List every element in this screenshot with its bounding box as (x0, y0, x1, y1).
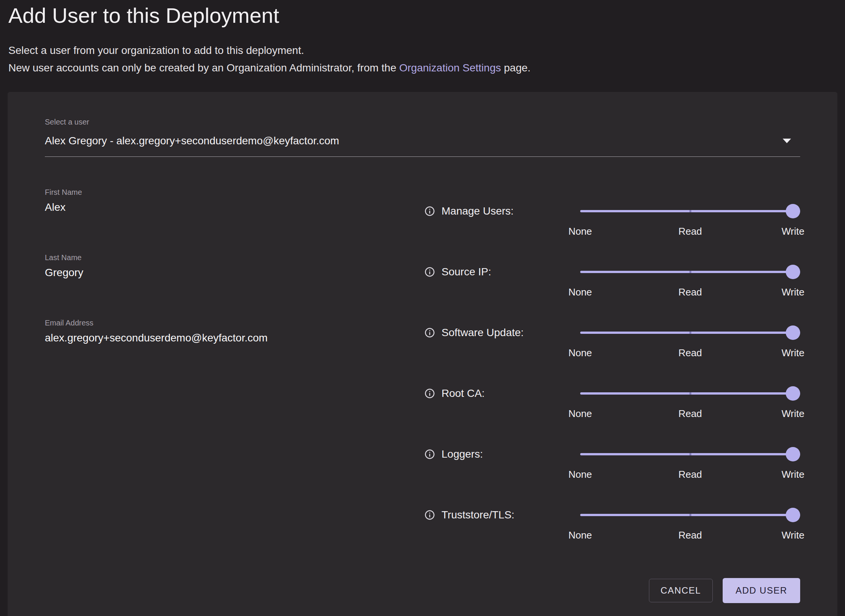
slider-tick-mark (689, 332, 691, 334)
page-title: Add User to this Deployment (8, 2, 834, 29)
slider-tick-mark (689, 453, 691, 455)
first-name-field: First Name Alex (45, 187, 424, 214)
add-user-button[interactable]: ADD USER (723, 578, 800, 603)
cancel-button[interactable]: CANCEL (649, 579, 713, 602)
tick-label-write: Write (782, 347, 804, 359)
slider-labels: None Read Write (580, 469, 800, 480)
last-name-label: Last Name (45, 253, 424, 262)
add-user-dialog: Add User to this Deployment Select a use… (0, 0, 845, 616)
email-address-value: alex.gregory+seconduserdemo@keyfactor.co… (45, 332, 424, 344)
description-line-2: New user accounts can only be created by… (8, 59, 834, 77)
slider-thumb[interactable] (786, 508, 800, 522)
slider-tick-mark (689, 392, 691, 395)
permission-row-root-ca: Root CA: None Read Write (424, 386, 800, 419)
slider-labels: None Read Write (580, 529, 800, 541)
last-name-field: Last Name Gregory (45, 253, 424, 279)
slider-thumb[interactable] (786, 386, 800, 401)
tick-label-write: Write (782, 469, 804, 480)
permission-row-loggers: Loggers: None Read Write (424, 447, 800, 480)
loggers-slider[interactable]: None Read Write (580, 447, 800, 480)
organization-settings-link[interactable]: Organization Settings (399, 62, 501, 74)
permission-label: Software Update: (441, 327, 524, 339)
tick-label-none: None (568, 408, 592, 420)
last-name-value: Gregory (45, 266, 424, 279)
tick-label-none: None (568, 347, 592, 359)
slider-labels: None Read Write (580, 347, 800, 359)
info-icon[interactable] (424, 509, 435, 521)
permission-label-wrap: Software Update: (424, 325, 580, 340)
description-line-2-suffix: page. (501, 62, 530, 74)
email-address-label: Email Address (45, 318, 424, 328)
info-icon[interactable] (424, 388, 435, 399)
slider-labels: None Read Write (580, 226, 800, 237)
email-address-field: Email Address alex.gregory+seconduserdem… (45, 318, 424, 344)
user-select-value: Alex Gregory - alex.gregory+seconduserde… (45, 133, 339, 149)
root-ca-slider[interactable]: None Read Write (580, 386, 800, 419)
slider-thumb[interactable] (786, 447, 800, 461)
info-icon[interactable] (424, 327, 435, 338)
truststore-tls-slider[interactable]: None Read Write (580, 508, 800, 540)
tick-label-write: Write (782, 226, 804, 237)
card-body: First Name Alex Last Name Gregory Email … (45, 187, 800, 569)
description-line-2-prefix: New user accounts can only be created by… (8, 62, 399, 74)
tick-label-write: Write (782, 408, 804, 420)
dialog-actions: CANCEL ADD USER (45, 578, 800, 603)
permission-label: Manage Users: (441, 205, 514, 217)
tick-label-none: None (568, 529, 592, 541)
slider-labels: None Read Write (580, 286, 800, 298)
tick-label-read: Read (678, 226, 702, 237)
permission-label-wrap: Source IP: (424, 265, 580, 279)
tick-label-read: Read (678, 529, 702, 541)
permission-label: Root CA: (441, 387, 485, 400)
user-select-group: Select a user Alex Gregory - alex.gregor… (45, 117, 800, 157)
permission-row-manage-users: Manage Users: None Read Write (424, 204, 800, 237)
slider-thumb[interactable] (786, 325, 800, 340)
software-update-slider[interactable]: None Read Write (580, 325, 800, 358)
description-line-1: Select a user from your organization to … (8, 42, 834, 59)
tick-label-write: Write (782, 286, 804, 298)
first-name-value: Alex (45, 201, 424, 214)
tick-label-none: None (568, 226, 592, 237)
permission-label-wrap: Root CA: (424, 386, 580, 401)
tick-label-read: Read (678, 408, 702, 420)
slider-thumb[interactable] (786, 204, 800, 218)
dialog-header: Add User to this Deployment Select a use… (0, 0, 845, 77)
tick-label-write: Write (782, 529, 804, 541)
user-select-label: Select a user (45, 117, 800, 127)
slider-tick-mark (689, 514, 691, 516)
tick-label-none: None (568, 286, 592, 298)
permission-label: Source IP: (441, 266, 491, 278)
slider-tick-mark (689, 271, 691, 273)
slider-tick-mark (689, 210, 691, 212)
manage-users-slider[interactable]: None Read Write (580, 204, 800, 237)
slider-labels: None Read Write (580, 408, 800, 419)
info-icon[interactable] (424, 449, 435, 460)
tick-label-read: Read (678, 469, 702, 480)
source-ip-slider[interactable]: None Read Write (580, 265, 800, 297)
user-select-dropdown[interactable]: Alex Gregory - alex.gregory+seconduserde… (45, 133, 800, 157)
tick-label-read: Read (678, 347, 702, 359)
first-name-label: First Name (45, 187, 424, 197)
info-icon[interactable] (424, 266, 435, 278)
tick-label-read: Read (678, 286, 702, 298)
permission-row-truststore-tls: Truststore/TLS: None Read Write (424, 508, 800, 540)
permission-label-wrap: Truststore/TLS: (424, 508, 580, 522)
permission-row-source-ip: Source IP: None Read Write (424, 265, 800, 297)
permission-label-wrap: Loggers: (424, 447, 580, 461)
chevron-down-icon (783, 139, 791, 143)
user-details-column: First Name Alex Last Name Gregory Email … (45, 187, 424, 383)
tick-label-none: None (568, 469, 592, 480)
permission-label: Loggers: (441, 448, 483, 460)
dialog-description: Select a user from your organization to … (8, 42, 834, 77)
info-icon[interactable] (424, 205, 435, 217)
permission-label-wrap: Manage Users: (424, 204, 580, 218)
slider-thumb[interactable] (786, 265, 800, 279)
permission-label: Truststore/TLS: (441, 509, 514, 521)
permission-row-software-update: Software Update: None Read Write (424, 325, 800, 358)
permissions-column: Manage Users: None Read Write (424, 187, 800, 569)
add-user-card: Select a user Alex Gregory - alex.gregor… (8, 92, 837, 616)
